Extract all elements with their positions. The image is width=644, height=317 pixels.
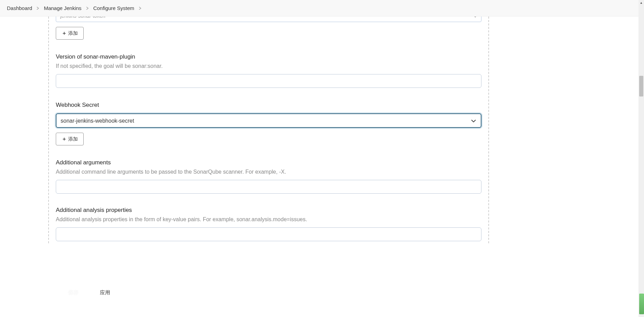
- version-input[interactable]: [56, 74, 481, 88]
- chevron-right-icon: [138, 6, 142, 11]
- additional-args-label: Additional arguments: [56, 159, 481, 166]
- additional-props-group: Additional analysis properties Additiona…: [56, 207, 481, 241]
- scroll-up-icon[interactable]: ▲: [638, 0, 644, 6]
- breadcrumb: Dashboard Manage Jenkins Configure Syste…: [0, 0, 644, 17]
- additional-args-help: Additional command line arguments to be …: [56, 169, 481, 175]
- chevron-right-icon: [86, 6, 89, 11]
- breadcrumb-manage-jenkins[interactable]: Manage Jenkins: [44, 5, 81, 11]
- config-section: jenkins-sonar-token ＋ 添加 Version of sona…: [48, 17, 489, 243]
- chevron-right-icon: [36, 6, 40, 11]
- plus-icon: ＋: [62, 30, 67, 37]
- plus-icon: ＋: [62, 136, 67, 142]
- scrollbar[interactable]: ▲: [638, 0, 644, 317]
- version-group: Version of sonar-maven-plugin If not spe…: [56, 53, 481, 88]
- apply-button[interactable]: 应用: [95, 287, 115, 298]
- additional-props-input[interactable]: [56, 227, 481, 241]
- additional-args-input[interactable]: [56, 180, 481, 194]
- scroll-thumb[interactable]: [639, 76, 643, 96]
- breadcrumb-dashboard[interactable]: Dashboard: [7, 5, 32, 11]
- breadcrumb-configure-system[interactable]: Configure System: [93, 5, 134, 11]
- scroll-indicator: [639, 294, 644, 314]
- add-button-label: 添加: [68, 136, 78, 142]
- token-select-value: jenkins-sonar-token: [60, 17, 105, 19]
- webhook-secret-select[interactable]: sonar-jenkins-webhook-secret: [56, 113, 481, 128]
- webhook-secret-label: Webhook Secret: [56, 102, 481, 109]
- add-credential-button[interactable]: ＋ 添加: [56, 27, 84, 40]
- add-button-label: 添加: [68, 30, 78, 37]
- add-webhook-secret-button[interactable]: ＋ 添加: [56, 133, 84, 145]
- version-label: Version of sonar-maven-plugin: [56, 53, 481, 60]
- token-select[interactable]: jenkins-sonar-token: [56, 17, 481, 22]
- version-help: If not specified, the goal will be sonar…: [56, 63, 481, 69]
- caret-down-icon: [474, 17, 477, 19]
- additional-args-group: Additional arguments Additional command …: [56, 159, 481, 194]
- additional-props-label: Additional analysis properties: [56, 207, 481, 214]
- additional-props-help: Additional analysis properties in the fo…: [56, 216, 481, 223]
- form-container: jenkins-sonar-token ＋ 添加 Version of sona…: [48, 17, 489, 243]
- save-button[interactable]: 保存: [62, 287, 85, 298]
- action-bar: 保存 应用: [52, 282, 125, 303]
- webhook-secret-group: Webhook Secret sonar-jenkins-webhook-sec…: [56, 102, 481, 145]
